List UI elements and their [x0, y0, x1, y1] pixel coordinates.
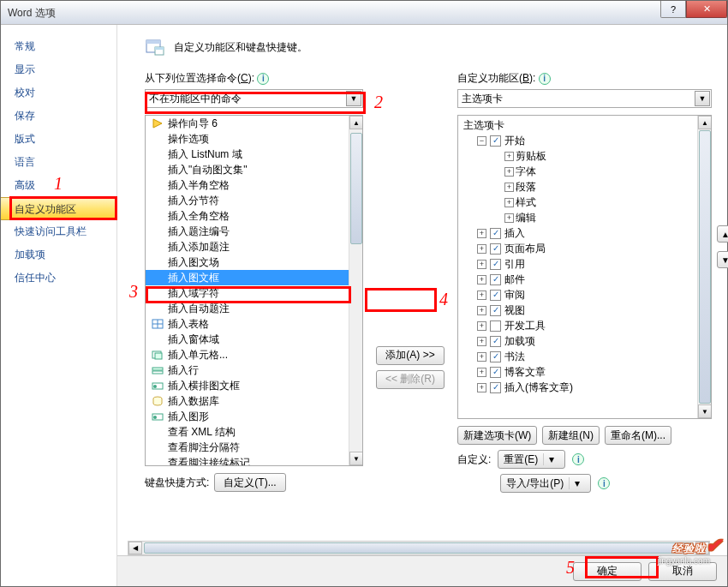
- move-up-button[interactable]: ▲: [717, 225, 728, 243]
- scroll-up-icon[interactable]: ▲: [349, 116, 363, 129]
- tree-item[interactable]: +编辑: [460, 210, 695, 225]
- list-item[interactable]: 插入半角空格: [146, 177, 349, 193]
- commands-listbox[interactable]: 操作向导 6操作选项插入 ListNum 域插入"自动图文集"插入半角空格插入分…: [145, 115, 363, 466]
- expand-icon[interactable]: +: [477, 229, 486, 238]
- checkbox[interactable]: ✓: [490, 243, 501, 255]
- customize-keyboard-button[interactable]: 自定义(T)...: [214, 473, 285, 492]
- checkbox[interactable]: ✓: [490, 135, 501, 147]
- list-item[interactable]: 查看脚注接续标记: [146, 455, 349, 465]
- expand-icon[interactable]: +: [504, 152, 514, 161]
- sidebar-item[interactable]: 常规: [1, 35, 116, 58]
- list-item[interactable]: 插入行: [146, 362, 349, 378]
- tree-item[interactable]: −✓开始: [460, 133, 695, 148]
- checkbox[interactable]: ✓: [490, 367, 501, 378]
- list-item[interactable]: 插入数据库: [146, 393, 349, 409]
- list-item[interactable]: 插入自动题注: [146, 301, 349, 316]
- expand-icon[interactable]: +: [477, 321, 486, 331]
- new-group-button[interactable]: 新建组(N): [542, 426, 600, 445]
- list-item[interactable]: 插入横排图文框: [146, 378, 349, 393]
- sidebar-item[interactable]: 版式: [1, 128, 116, 151]
- expand-icon[interactable]: +: [477, 291, 486, 300]
- list-item[interactable]: 插入 ListNum 域: [146, 147, 349, 162]
- ribbon-dropdown[interactable]: 主选项卡 ▼: [457, 89, 712, 108]
- checkbox[interactable]: ✓: [490, 274, 501, 285]
- tree-item[interactable]: +✓引用: [460, 256, 695, 272]
- help-icon[interactable]: i: [257, 73, 269, 85]
- list-item[interactable]: 插入表格: [146, 316, 349, 332]
- scroll-down-icon[interactable]: ▼: [698, 404, 712, 418]
- sidebar-item[interactable]: 保存: [1, 105, 116, 128]
- cancel-button[interactable]: 取消: [648, 562, 717, 581]
- expand-icon[interactable]: +: [477, 306, 486, 315]
- close-button[interactable]: ✕: [686, 1, 727, 18]
- tree-item[interactable]: +✓博客文章: [460, 364, 695, 380]
- help-icon[interactable]: i: [572, 453, 584, 465]
- tree-item[interactable]: +✓页面布局: [460, 241, 695, 256]
- collapse-icon[interactable]: −: [477, 136, 486, 146]
- list-item[interactable]: 插入全角空格: [146, 208, 349, 224]
- list-item[interactable]: 操作向导 6: [146, 116, 349, 131]
- list-item[interactable]: 插入"自动图文集": [146, 162, 349, 177]
- scroll-left-icon[interactable]: ◀: [128, 542, 142, 554]
- checkbox[interactable]: ✓: [490, 382, 501, 393]
- list-item[interactable]: 操作选项: [146, 131, 349, 147]
- expand-icon[interactable]: +: [477, 337, 486, 346]
- checkbox[interactable]: ✓: [490, 336, 501, 347]
- checkbox[interactable]: ✓: [490, 228, 501, 239]
- sidebar-item[interactable]: 自定义功能区: [1, 197, 117, 220]
- expand-icon[interactable]: +: [477, 368, 486, 377]
- titlebar[interactable]: Word 选项 ? ✕: [1, 1, 727, 25]
- sidebar-item[interactable]: 校对: [1, 81, 116, 105]
- tree-item[interactable]: +段落: [460, 179, 695, 195]
- expand-icon[interactable]: +: [477, 275, 486, 285]
- ok-button[interactable]: 确定: [573, 562, 641, 581]
- expand-icon[interactable]: +: [477, 383, 486, 392]
- import-export-button[interactable]: 导入/导出(P): [500, 474, 591, 493]
- expand-icon[interactable]: +: [504, 167, 514, 177]
- commands-from-dropdown[interactable]: 不在功能区中的命令 ▼: [145, 89, 363, 108]
- tree-item[interactable]: +✓书法: [460, 349, 695, 364]
- tree-item[interactable]: +剪贴板: [460, 148, 695, 164]
- expand-icon[interactable]: +: [477, 352, 486, 362]
- tree-item[interactable]: +✓插入(博客文章): [460, 380, 695, 395]
- list-item[interactable]: 插入添加题注: [146, 239, 349, 255]
- scroll-thumb[interactable]: [144, 542, 694, 554]
- horizontal-scrollbar[interactable]: ◀ ▶: [128, 541, 710, 555]
- list-item[interactable]: 插入图文场: [146, 255, 349, 270]
- remove-button[interactable]: << 删除(R): [376, 370, 445, 389]
- tree-item[interactable]: +✓邮件: [460, 272, 695, 287]
- list-item[interactable]: 插入图形: [146, 409, 349, 424]
- list-item[interactable]: 插入图文框: [146, 270, 349, 285]
- expand-icon[interactable]: +: [477, 244, 486, 254]
- list-item[interactable]: 查看 XML 结构: [146, 424, 349, 440]
- scroll-right-icon[interactable]: ▶: [695, 542, 709, 554]
- expand-icon[interactable]: +: [477, 260, 486, 269]
- list-item[interactable]: 插入域字符: [146, 285, 349, 301]
- tree-item[interactable]: +✓视图: [460, 302, 695, 318]
- sidebar-item[interactable]: 高级: [1, 174, 116, 197]
- expand-icon[interactable]: +: [504, 213, 514, 223]
- list-item[interactable]: 插入分节符: [146, 193, 349, 208]
- help-icon[interactable]: i: [598, 477, 610, 489]
- chevron-down-icon[interactable]: ▼: [695, 91, 710, 106]
- ribbon-tree[interactable]: 主选项卡 −✓开始+剪贴板+字体+段落+样式+编辑+✓插入+✓页面布局+✓引用+…: [457, 115, 712, 419]
- tree-item[interactable]: +字体: [460, 164, 695, 179]
- help-button[interactable]: ?: [660, 1, 686, 18]
- scrollbar[interactable]: ▲ ▼: [697, 116, 711, 418]
- expand-icon[interactable]: +: [504, 183, 514, 192]
- expand-icon[interactable]: +: [504, 198, 514, 207]
- scroll-down-icon[interactable]: ▼: [349, 452, 363, 465]
- sidebar-item[interactable]: 快速访问工具栏: [1, 220, 116, 243]
- tree-item[interactable]: +✓审阅: [460, 287, 695, 302]
- tree-item[interactable]: +✓插入: [460, 225, 695, 241]
- list-item[interactable]: 插入题注编号: [146, 224, 349, 239]
- scroll-up-icon[interactable]: ▲: [698, 116, 712, 129]
- add-button[interactable]: 添加(A) >>: [376, 346, 444, 365]
- tree-item[interactable]: +样式: [460, 195, 695, 210]
- reset-button[interactable]: 重置(E): [498, 450, 565, 469]
- list-item[interactable]: 插入单元格...: [146, 347, 349, 362]
- checkbox[interactable]: [490, 320, 501, 332]
- checkbox[interactable]: ✓: [490, 305, 501, 316]
- scroll-thumb[interactable]: [350, 133, 362, 244]
- rename-button[interactable]: 重命名(M)...: [605, 426, 671, 445]
